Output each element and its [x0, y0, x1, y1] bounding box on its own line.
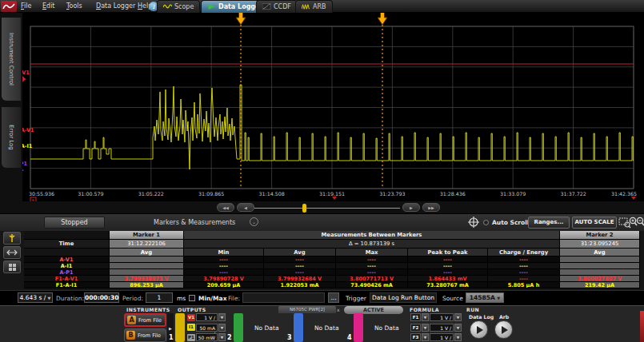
channel-2-bar[interactable] — [234, 313, 243, 342]
tools-wrench-icon[interactable] — [3, 232, 21, 245]
i1-range-value[interactable]: 50 mA / — [196, 324, 218, 332]
x-tick-label: 31:42.365 — [611, 191, 637, 197]
cell-f1-a-i1-m2: 219.42 µA — [560, 282, 640, 288]
f1-range-dropdown[interactable]: ▼ — [454, 313, 462, 321]
scroll-rewind-button[interactable]: ◀◀ — [217, 203, 234, 212]
f1-badge[interactable]: F1 — [410, 313, 421, 321]
scroll-forward-button[interactable]: ▶ — [402, 203, 420, 212]
instrument-a-from-file[interactable]: AFrom File — [124, 313, 166, 327]
keysight-logo — [1, 1, 17, 12]
marker-arrow-1[interactable] — [236, 13, 246, 25]
cell-f1-a-v1-charge: ---- — [488, 276, 560, 282]
markers-icon[interactable] — [3, 246, 21, 259]
channel-3-bar[interactable] — [294, 313, 303, 342]
strip-chart[interactable]: A-V1F1-A-V1F1-A-I1A-P130:55.93631:00.579… — [22, 13, 644, 204]
source-dropdown[interactable]: 14585A ▼ — [466, 292, 504, 303]
x-tick-label: 31:37.722 — [561, 191, 586, 197]
duration-value[interactable]: 000:00:30 — [84, 292, 119, 303]
channel-4-no-data: No Data — [374, 324, 399, 332]
stat-header-peak-to-peak: Peak to Peak — [408, 249, 488, 256]
duration-label: Duration: — [56, 295, 84, 302]
channel-label-a-v1: A-V1 — [22, 70, 30, 76]
menu-edit[interactable]: Edit — [42, 2, 55, 10]
auto-scroll-checkbox[interactable] — [483, 220, 489, 225]
i1-range-dropdown[interactable]: ▼ — [218, 324, 226, 332]
channel-label-f1-a-i1: F1-A-I1 — [22, 143, 33, 149]
zoom-out-icon[interactable] — [636, 217, 644, 229]
ranges-button[interactable]: Ranges... — [528, 217, 570, 229]
marker1-stat-header: Avg — [110, 249, 184, 256]
auto-scroll-label: Auto Scroll — [492, 219, 529, 226]
arb-label: Arb — [499, 314, 509, 320]
p1-range-dropdown[interactable]: ▼ — [218, 333, 226, 341]
f3-range-dropdown[interactable]: ▼ — [454, 333, 462, 341]
status-stopped-button[interactable]: Stopped — [44, 217, 105, 229]
minmax-checkbox[interactable] — [189, 295, 195, 301]
x-tick-label: 31:00.579 — [78, 191, 103, 197]
f2-range-dropdown[interactable]: ▼ — [454, 324, 462, 332]
scroll-thumb[interactable] — [302, 204, 306, 213]
grid-view-icon[interactable] — [3, 260, 21, 273]
app-window: FileEditToolsData LoggerHelp i ScopeData… — [0, 0, 644, 342]
f2-badge[interactable]: F2 — [410, 324, 421, 332]
period-value[interactable]: 1 — [146, 292, 173, 303]
trigger-dropdown[interactable]: Data Log Run Button ▼ — [370, 292, 437, 303]
stat-header-charge-energy: Charge / Energy — [488, 249, 560, 256]
instrument-tab-close-icon[interactable]: x — [337, 307, 340, 312]
f3-range-value[interactable]: 1 V / — [430, 333, 454, 341]
x-tick-label: 31:19.151 — [319, 191, 345, 197]
menu-data-logger[interactable]: Data Logger — [96, 2, 135, 10]
chart-tool-icons — [3, 232, 22, 288]
x-tick-label: 30:55.936 — [29, 191, 54, 197]
sidebar-tab-error-log[interactable]: Error Log — [2, 107, 21, 168]
output-i1-row: I150 mA /▼ — [187, 324, 226, 332]
channel-1-bar[interactable] — [175, 313, 185, 342]
sidebar-tab-instrument-control[interactable]: Instrument Control — [2, 18, 21, 101]
file-input[interactable] — [242, 292, 325, 303]
tab-scope[interactable]: Scope — [157, 0, 200, 13]
marker-arrow-2[interactable] — [378, 13, 387, 25]
tab-arb[interactable]: ARB — [295, 0, 333, 13]
menu-tools[interactable]: Tools — [66, 2, 82, 10]
v1-range-value[interactable]: 1 V / — [196, 313, 218, 321]
panel-collapse-button[interactable]: ⌄ — [250, 217, 258, 226]
instrument-a-badge: A — [127, 316, 136, 324]
data-log-play-button[interactable] — [470, 320, 488, 339]
scroll-track[interactable] — [254, 208, 400, 209]
instrument-tab[interactable]: N6705C PWR[2] — [278, 306, 336, 313]
tab-ccdf[interactable]: CCDF — [256, 0, 298, 13]
instrument-b-from-file[interactable]: BFrom File — [124, 328, 166, 342]
v1-range-dropdown[interactable]: ▼ — [218, 313, 226, 321]
output-p1-row: P150 mW /▼ — [187, 333, 226, 341]
row-label-f1-a-i1: F1-A-I1 — [24, 282, 110, 288]
channel-marker-arrow-a-v1[interactable] — [22, 77, 25, 82]
menu-file[interactable]: File — [21, 2, 31, 10]
f3-badge[interactable]: F3 — [410, 333, 421, 341]
menu-bar: FileEditToolsData LoggerHelp i ScopeData… — [0, 0, 644, 13]
channel-4-bar[interactable] — [354, 313, 363, 342]
chart-canvas[interactable]: A-V1F1-A-V1F1-A-I1A-P130:55.93631:00.579… — [22, 13, 644, 204]
run-header: RUN — [466, 307, 479, 312]
marker-crosshair-icon[interactable] — [468, 217, 479, 228]
f3-select-dropdown[interactable]: ▼ — [422, 333, 429, 341]
play-icon — [502, 326, 508, 334]
cell-a-i1-m2 — [560, 263, 640, 269]
file-browse-button[interactable]: ... — [328, 292, 339, 303]
measurements-table: Marker 1Measurements Between MarkersMark… — [0, 231, 644, 290]
scroll-ffwd-button[interactable]: ▶▶ — [422, 203, 440, 212]
arb-play-button[interactable] — [494, 320, 513, 339]
between-markers-header: Measurements Between Markers — [184, 231, 560, 240]
file-label: File: — [228, 295, 240, 302]
p1-range-value[interactable]: 50 mW / — [196, 333, 218, 341]
scroll-back-button[interactable]: ◀ — [237, 203, 254, 212]
f1-select-dropdown[interactable]: ▼ — [422, 313, 429, 321]
active-toggle-button[interactable]: ACTIVE — [344, 306, 403, 314]
channel-1-number: 1 — [169, 334, 174, 341]
f2-range-value[interactable]: 1 V / — [430, 324, 454, 332]
timescale-dropdown[interactable]: 4.643 s / ▼ — [18, 292, 53, 303]
from-file-label: From File — [138, 317, 162, 324]
f2-select-dropdown[interactable]: ▼ — [422, 324, 429, 332]
auto-scale-button[interactable]: AUTO SCALE — [572, 217, 617, 229]
formula-f2-row: F2▼1 V /▼ — [410, 324, 462, 332]
f1-range-value[interactable]: 1 V / — [430, 313, 454, 321]
